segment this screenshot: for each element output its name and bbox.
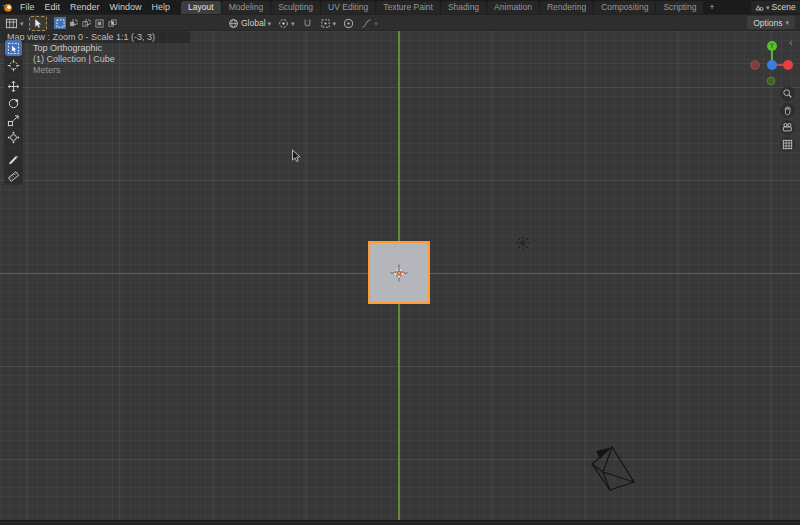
proportional-editing-icon (343, 18, 354, 29)
tab-animation[interactable]: Animation (487, 1, 539, 14)
menu-help[interactable]: Help (147, 0, 176, 14)
active-object-label: (1) Collection | Cube (33, 54, 115, 65)
gizmo-y-minus-ball[interactable] (767, 77, 775, 85)
chevron-down-icon: ▾ (785, 19, 789, 26)
pan-view-button[interactable] (780, 103, 795, 118)
orientation-label: Global (241, 18, 266, 28)
chevron-down-icon: ▾ (20, 20, 24, 27)
perspective-toggle-button[interactable] (780, 137, 795, 152)
proportional-editing-button[interactable] (341, 18, 356, 29)
move-tool-icon (7, 80, 20, 93)
tool-rotate[interactable] (5, 95, 22, 111)
transform-tool-icon (7, 131, 20, 144)
cube-object[interactable] (368, 241, 430, 304)
measure-ruler-icon (7, 169, 20, 182)
tool-cursor[interactable] (5, 57, 22, 73)
object-origin-dot (397, 271, 401, 275)
tool-move[interactable] (5, 78, 22, 94)
pivot-point-dropdown[interactable]: ▾ (276, 18, 297, 29)
add-workspace-button[interactable]: + (704, 1, 719, 14)
tab-sculpting[interactable]: Sculpting (271, 1, 320, 14)
camera-icon (782, 122, 793, 133)
menu-edit[interactable]: Edit (40, 0, 66, 14)
sidebar-collapse-icon[interactable]: ‹ (789, 37, 792, 48)
grid-icon (782, 139, 793, 150)
chevron-down-icon: ▾ (766, 4, 770, 11)
select-mode-subtract-button[interactable] (80, 17, 92, 29)
tab-rendering[interactable]: Rendering (540, 1, 593, 14)
tab-shading[interactable]: Shading (441, 1, 486, 14)
tool-annotate[interactable] (5, 150, 22, 166)
viewport-toolbar (4, 39, 23, 185)
active-tool-indicator[interactable] (29, 16, 47, 31)
camera-object[interactable] (588, 444, 638, 494)
tool-measure[interactable] (5, 167, 22, 183)
scene-name: Scene (772, 2, 796, 12)
select-mode-invert-button[interactable] (93, 17, 105, 29)
menu-file[interactable]: File (15, 0, 40, 14)
transform-settings-cluster: Global ▾ ▾ ▾ ▾ (226, 16, 380, 30)
workspace-tabs: Layout Modeling Sculpting UV Editing Tex… (181, 0, 719, 14)
menu-window[interactable]: Window (105, 0, 147, 14)
tab-compositing[interactable]: Compositing (594, 1, 655, 14)
zoom-view-button[interactable] (780, 86, 795, 101)
hand-icon (782, 105, 793, 116)
tab-uv-editing[interactable]: UV Editing (321, 1, 375, 14)
annotate-pen-icon (7, 152, 20, 165)
global-orientation-icon (228, 18, 239, 29)
scene-icon (754, 2, 764, 12)
view-name-label: Top Orthographic (33, 43, 115, 54)
tab-layout[interactable]: Layout (181, 1, 221, 14)
magnifier-icon (782, 88, 793, 99)
falloff-curve-icon (361, 18, 372, 29)
scale-tool-icon (7, 114, 20, 127)
gizmo-x-plus-ball[interactable] (783, 60, 793, 70)
gizmo-x-minus-ball[interactable] (751, 61, 760, 70)
map-view-status-overlay: Map view : Zoom 0 - Scale 1:1 (-3, 3) (0, 31, 190, 43)
units-label: Meters (33, 65, 115, 76)
select-mode-group (54, 17, 118, 29)
gizmo-z-center-ball[interactable] (767, 60, 777, 70)
camera-view-button[interactable] (780, 120, 795, 135)
gizmo-y-label: Y (770, 42, 775, 49)
scene-selector[interactable]: ▾ Scene (751, 1, 800, 13)
chevron-down-icon: ▾ (374, 20, 378, 27)
viewport-info: Top Orthographic (1) Collection | Cube M… (33, 43, 115, 76)
mouse-cursor (291, 149, 303, 163)
tool-transform[interactable] (5, 129, 22, 145)
proportional-falloff-dropdown[interactable]: ▾ (359, 18, 380, 29)
select-mode-intersect-button[interactable] (106, 17, 118, 29)
status-bar (0, 520, 800, 525)
3d-cursor-and-origin (389, 263, 409, 283)
tool-scale[interactable] (5, 112, 22, 128)
chevron-down-icon: ▾ (268, 20, 272, 27)
magnet-icon (302, 18, 313, 29)
select-mode-extend-button[interactable] (67, 17, 79, 29)
snap-increment-icon (320, 18, 331, 29)
chevron-down-icon: ▾ (333, 20, 337, 27)
options-label: Options (753, 18, 782, 28)
rotate-tool-icon (7, 97, 20, 110)
tool-select-box[interactable] (5, 40, 22, 56)
blender-logo-icon[interactable] (0, 0, 15, 14)
point-light-object[interactable] (514, 234, 532, 252)
tool-header: ▾ Global ▾ ▾ (0, 14, 800, 31)
chevron-down-icon: ▾ (291, 20, 295, 27)
editor-type-button[interactable]: ▾ (3, 16, 26, 30)
select-cursor-icon (33, 18, 43, 29)
snap-toggle-button[interactable] (300, 18, 315, 29)
topbar: File Edit Render Window Help Layout Mode… (0, 0, 800, 14)
pivot-point-icon (278, 18, 289, 29)
tab-texture-paint[interactable]: Texture Paint (376, 1, 440, 14)
options-button[interactable]: Options ▾ (747, 16, 795, 29)
tab-modeling[interactable]: Modeling (222, 1, 271, 14)
3d-cursor-tool-icon (7, 59, 20, 72)
3d-viewport-editor-icon (5, 17, 18, 30)
orientation-dropdown[interactable]: Global ▾ (226, 18, 273, 29)
3d-viewport[interactable]: Map view : Zoom 0 - Scale 1:1 (-3, 3) To… (0, 31, 800, 520)
select-mode-set-button[interactable] (54, 17, 66, 29)
select-box-icon (7, 42, 20, 55)
menu-render[interactable]: Render (65, 0, 105, 14)
snap-target-dropdown[interactable]: ▾ (318, 18, 339, 29)
tab-scripting[interactable]: Scripting (656, 1, 703, 14)
